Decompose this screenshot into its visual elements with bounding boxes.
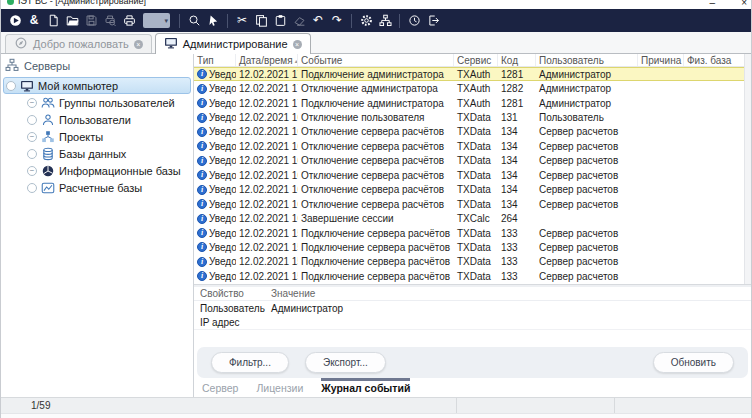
column-header-datetime[interactable]: Дата/время▴ [236, 54, 298, 66]
table-row[interactable]: iУведом...12.02.2021 15...Подключение се… [194, 255, 751, 269]
cell-type: iУведом... [194, 141, 236, 152]
tree-item-infobase[interactable]: −Информационные базы [23, 162, 193, 179]
tree-item-user[interactable]: Пользователи [23, 111, 193, 128]
tab-welcome[interactable]: Добро пожаловать × [5, 34, 152, 53]
tree-item-label: Базы данных [59, 148, 126, 160]
tab-licenses[interactable]: Лицензии [256, 378, 303, 394]
save-icon[interactable] [82, 11, 100, 30]
property-value: Администратор [271, 303, 751, 314]
scale-combo[interactable]: ▾ [143, 13, 170, 28]
clear-icon[interactable] [290, 11, 308, 30]
cell-service: TXAuth [454, 98, 498, 109]
history-icon[interactable] [405, 11, 423, 30]
info-icon: i [197, 113, 207, 123]
new-document-icon[interactable] [44, 11, 62, 30]
tree-item-projects[interactable]: −Проекты [23, 128, 193, 145]
cell-service: TXData [454, 170, 498, 181]
main-toolbar: &▾✂↶↷ [1, 9, 751, 32]
open-folder-icon[interactable] [63, 11, 81, 30]
table-row[interactable]: iУведом...12.02.2021 16...Отключение сер… [194, 154, 751, 168]
column-header-event[interactable]: Событие [298, 54, 454, 66]
cut-icon[interactable]: ✂ [233, 11, 251, 30]
cell-type: iУведом... [194, 98, 236, 109]
tree-item-computer[interactable]: Мой компьютер [3, 77, 191, 94]
cell-event: Подключение администратора [298, 69, 454, 80]
table-row[interactable]: iУведом...12.02.2021 15...Подключение се… [194, 269, 751, 283]
cell-datetime: 12.02.2021 16... [236, 199, 298, 210]
cell-datetime: 12.02.2021 17... [236, 69, 298, 80]
sitemap-icon[interactable] [376, 11, 394, 30]
refresh-button[interactable]: Обновить [653, 352, 734, 373]
table-row[interactable]: iУведом...12.02.2021 16...Завершение сес… [194, 211, 751, 225]
table-row[interactable]: iУведом...12.02.2021 17...Отключение адм… [194, 81, 751, 95]
tree-toggle-icon[interactable] [27, 115, 37, 125]
export-button[interactable]: Экспорт... [305, 352, 386, 373]
print-icon[interactable] [120, 11, 138, 30]
tree-toggle-icon[interactable] [6, 81, 16, 91]
table-row[interactable]: iУведом...12.02.2021 16...Отключение пол… [194, 110, 751, 124]
exit-icon[interactable] [424, 11, 442, 30]
tree-item-calcbase[interactable]: Расчетные базы [23, 179, 193, 196]
info-icon: i [197, 170, 207, 180]
undo-icon[interactable]: ↶ [309, 11, 327, 30]
tree-item-label: Информационные базы [59, 165, 181, 177]
column-header-physbase[interactable]: Физ. база [684, 54, 751, 66]
column-header-type[interactable]: Тип [194, 54, 236, 66]
select-pointer-icon[interactable] [204, 11, 222, 30]
tree-item-label: Группы пользователей [59, 97, 175, 109]
table-row[interactable]: iУведом...12.02.2021 16...Отключение сер… [194, 125, 751, 139]
tree-item-user-group[interactable]: −Группы пользователей [23, 94, 193, 111]
cell-event: Отключение администратора [298, 83, 454, 94]
cell-service: TXData [454, 228, 498, 239]
cell-user: Сервер расчетов [536, 184, 638, 195]
tab-administration[interactable]: Администрирование × [155, 33, 311, 54]
property-name: Пользователь [200, 303, 271, 314]
table-row[interactable]: iУведом...12.02.2021 16...Отключение сер… [194, 197, 751, 211]
cell-datetime: 12.02.2021 16... [236, 213, 298, 224]
table-row[interactable]: iУведом...12.02.2021 15...Подключение се… [194, 240, 751, 254]
paste-icon[interactable] [271, 11, 289, 30]
tree-item-database[interactable]: Базы данных [23, 145, 193, 162]
tree-toggle-icon[interactable] [27, 183, 37, 193]
table-row[interactable]: iУведом...12.02.2021 16...Отключение сер… [194, 183, 751, 197]
vertical-scrollbar[interactable] [744, 54, 751, 284]
table-row[interactable]: iУведом...12.02.2021 17...Подключение ад… [194, 96, 751, 110]
filter-button[interactable]: Фильтр... [211, 352, 289, 373]
cell-service: TXAuth [454, 83, 498, 94]
table-row[interactable]: iУведом...12.02.2021 16...Отключение сер… [194, 168, 751, 182]
print-preview-icon[interactable] [101, 11, 119, 30]
redo-icon[interactable]: ↷ [328, 11, 346, 30]
connections-icon[interactable]: & [25, 11, 43, 30]
tree-toggle-icon[interactable]: − [27, 166, 37, 176]
table-row[interactable]: iУведом...12.02.2021 15...Подключение се… [194, 226, 751, 240]
column-header-code[interactable]: Код [498, 54, 536, 66]
column-header-user[interactable]: Пользователь [536, 54, 638, 66]
cell-user: Сервер расчетов [536, 170, 638, 181]
infobase-icon [41, 164, 55, 178]
tab-administration-close-icon[interactable]: × [293, 40, 302, 49]
tree-toggle-icon[interactable]: − [27, 132, 37, 142]
tree-toggle-icon[interactable] [27, 149, 37, 159]
app-logo-icon[interactable] [6, 11, 24, 30]
cell-datetime: 12.02.2021 16... [236, 184, 298, 195]
minimize-button[interactable]: – [710, 0, 716, 8]
search-icon[interactable] [185, 11, 203, 30]
tab-server[interactable]: Сервер [202, 378, 238, 394]
column-header-service[interactable]: Сервис [454, 54, 498, 66]
table-row[interactable]: iУведом...12.02.2021 16...Отключение сер… [194, 139, 751, 153]
tab-welcome-close-icon[interactable]: × [134, 40, 143, 49]
tree-toggle-icon[interactable]: − [27, 98, 37, 108]
settings-icon[interactable] [357, 11, 375, 30]
copy-icon[interactable] [252, 11, 270, 30]
cell-code: 134 [498, 141, 536, 152]
cell-user: Сервер расчетов [536, 199, 638, 210]
tab-event-log[interactable]: Журнал событий [321, 378, 410, 394]
close-button[interactable]: × [741, 0, 747, 8]
tree-item-label: Проекты [59, 131, 103, 143]
cell-code: 1281 [498, 98, 536, 109]
column-header-reason[interactable]: Причина [638, 54, 684, 66]
toolbar-separator [351, 14, 352, 28]
user-group-icon [41, 96, 55, 110]
window-title: ІЭТ ВС - [Администрирование] [18, 0, 146, 6]
table-row[interactable]: iУведом...12.02.2021 17...Подключение ад… [194, 67, 751, 81]
